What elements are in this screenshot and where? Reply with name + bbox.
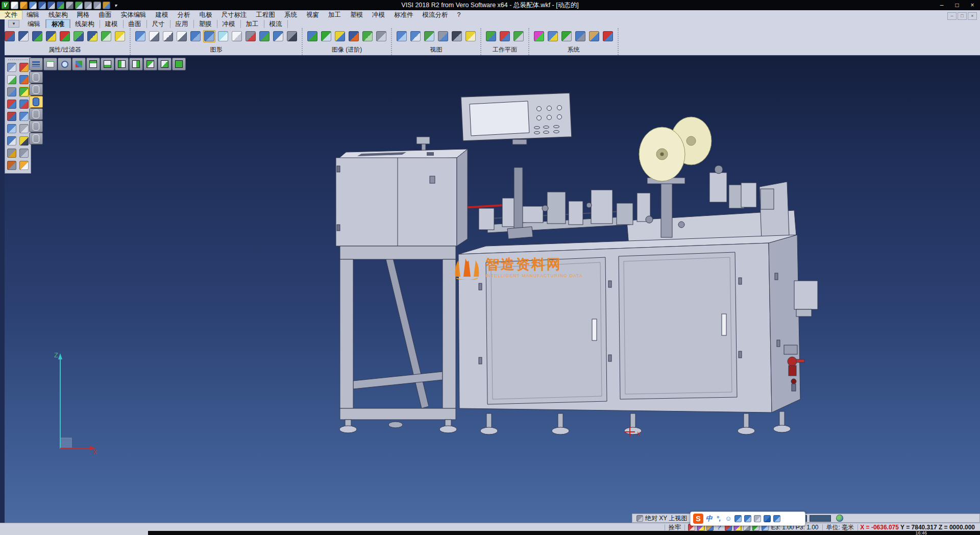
- ime-mic-icon[interactable]: [734, 515, 742, 522]
- workplane-align-icon[interactable]: [499, 30, 511, 42]
- menu-modeling[interactable]: 建模: [151, 11, 173, 19]
- shade-mode-shaded[interactable]: [29, 96, 43, 108]
- menu-standard-parts[interactable]: 标准件: [389, 11, 418, 19]
- tab-edit[interactable]: 编辑: [22, 20, 46, 28]
- menu-progress-die[interactable]: 冲模: [368, 11, 389, 19]
- shaded-edges-view-icon[interactable]: [203, 30, 215, 42]
- advanced-settings-icon[interactable]: [375, 30, 387, 42]
- solid-cube-icon[interactable]: [19, 124, 29, 134]
- menu-system[interactable]: 系统: [280, 11, 302, 19]
- menu-mesh[interactable]: 网格: [72, 11, 94, 19]
- undo-step-icon[interactable]: [19, 148, 29, 158]
- ime-mode-chinese[interactable]: 中: [705, 515, 713, 522]
- doc-minimize-button[interactable]: –: [947, 12, 957, 20]
- tab-application[interactable]: 应用: [170, 20, 194, 28]
- insert-file-icon[interactable]: [29, 2, 37, 9]
- history-icon[interactable]: [103, 2, 110, 9]
- tab-modeling[interactable]: 建模: [100, 20, 124, 28]
- menu-help[interactable]: ?: [453, 11, 465, 19]
- view-top-button[interactable]: [86, 58, 100, 70]
- layer-color-swatch-3[interactable]: [810, 515, 831, 522]
- image-settings-icon[interactable]: [547, 30, 559, 42]
- regen-shading-icon[interactable]: [134, 30, 146, 42]
- tab-die[interactable]: 冲模: [217, 20, 241, 28]
- view-bottom-button[interactable]: [101, 58, 114, 70]
- tab-machining[interactable]: 加工: [241, 20, 264, 28]
- wireframe-view-icon[interactable]: [148, 30, 160, 42]
- erase-sketch-icon[interactable]: [19, 62, 29, 72]
- close-button[interactable]: ×: [965, 0, 980, 10]
- transparent-view-icon[interactable]: [217, 30, 229, 42]
- view-iso-button[interactable]: [172, 58, 186, 70]
- ime-skin-icon[interactable]: [764, 515, 771, 522]
- menu-window[interactable]: 视窗: [302, 11, 324, 19]
- color-palette-icon[interactable]: [533, 30, 545, 42]
- advanced-layers-icon[interactable]: [361, 30, 374, 42]
- minimize-button[interactable]: –: [934, 0, 949, 10]
- open-part-icon[interactable]: [19, 160, 29, 171]
- dynamic-shading-icon[interactable]: [272, 30, 284, 42]
- ime-punctuation[interactable]: °,: [715, 515, 722, 522]
- menu-flow-analysis[interactable]: 模流分析: [418, 11, 453, 19]
- tab-wireframe[interactable]: 线架构: [70, 20, 100, 28]
- pan-view-icon[interactable]: [409, 30, 422, 42]
- advanced-columns-icon[interactable]: [306, 30, 318, 42]
- refresh-visibility-icon[interactable]: [72, 30, 85, 42]
- hide-all-icon[interactable]: [114, 30, 126, 42]
- camera-view-icon[interactable]: [451, 30, 463, 42]
- save-as-icon[interactable]: [47, 2, 55, 9]
- hide-entities-icon[interactable]: [45, 30, 57, 42]
- axis-orient-icon[interactable]: [7, 99, 17, 109]
- visi-logo[interactable]: V: [2, 2, 9, 9]
- dynamic-zoom-icon[interactable]: [7, 62, 17, 72]
- view-back-button[interactable]: [158, 58, 172, 70]
- zoom-fit-button[interactable]: [43, 58, 57, 70]
- qat-dropdown[interactable]: ▾: [112, 2, 119, 9]
- filter-traffic-light-icon[interactable]: [59, 30, 71, 42]
- context-help-icon[interactable]: [7, 136, 17, 146]
- tab-plastic[interactable]: 塑膜: [194, 20, 217, 28]
- ime-user-icon[interactable]: [754, 515, 761, 522]
- zoom-window-icon[interactable]: [423, 30, 435, 42]
- ghost-view-icon[interactable]: [231, 30, 243, 42]
- save-icon[interactable]: [38, 2, 46, 9]
- globe-icon[interactable]: [836, 515, 843, 522]
- advanced-highlight-icon[interactable]: [334, 30, 346, 42]
- window-grid-icon[interactable]: [19, 111, 29, 121]
- view-right-button[interactable]: [129, 58, 143, 70]
- undo-icon[interactable]: [84, 2, 92, 9]
- light-settings-icon[interactable]: [464, 30, 477, 42]
- measure-icon[interactable]: [19, 136, 29, 146]
- zoom-solid-icon[interactable]: [7, 87, 17, 97]
- attribute-brush-icon[interactable]: [4, 30, 16, 42]
- show-entities-icon[interactable]: [31, 30, 43, 42]
- spline-edit-icon[interactable]: [19, 99, 29, 109]
- sogou-logo-icon[interactable]: S: [693, 514, 703, 524]
- sketch-edit-icon[interactable]: [19, 75, 29, 85]
- paint-shading-icon[interactable]: [258, 30, 271, 42]
- menu-edit[interactable]: 编辑: [22, 11, 44, 19]
- menu-drawing[interactable]: 工程图: [252, 11, 280, 19]
- tab-standard[interactable]: 标准: [46, 20, 70, 28]
- menu-wireframe[interactable]: 线架构: [44, 11, 72, 19]
- new-file-icon[interactable]: [11, 2, 18, 9]
- shading-options-icon[interactable]: [286, 30, 298, 42]
- zoom-dynamic-button[interactable]: [58, 58, 71, 70]
- redo-icon[interactable]: [93, 2, 101, 9]
- doc-restore-button[interactable]: □: [958, 12, 967, 20]
- hidden-line-view-icon[interactable]: [162, 30, 174, 42]
- navigate-wheel-icon[interactable]: [7, 160, 17, 171]
- regen-icon[interactable]: [7, 124, 17, 134]
- grid-settings-icon[interactable]: [602, 30, 614, 42]
- save-all-icon[interactable]: [57, 2, 64, 9]
- lock-toggle-button[interactable]: 拴牢: [667, 523, 682, 532]
- previous-view-icon[interactable]: [437, 30, 449, 42]
- workplane-xy-icon[interactable]: [485, 30, 497, 42]
- menu-analysis[interactable]: 分析: [173, 11, 195, 19]
- shade-mode-hidden-line[interactable]: [29, 84, 43, 95]
- delete-shading-icon[interactable]: [244, 30, 257, 42]
- confirm-check-icon[interactable]: [19, 87, 29, 97]
- quick-hidden-line-icon[interactable]: [176, 30, 188, 42]
- view-front-button[interactable]: [143, 58, 157, 70]
- tab-flow[interactable]: 模流: [264, 20, 288, 28]
